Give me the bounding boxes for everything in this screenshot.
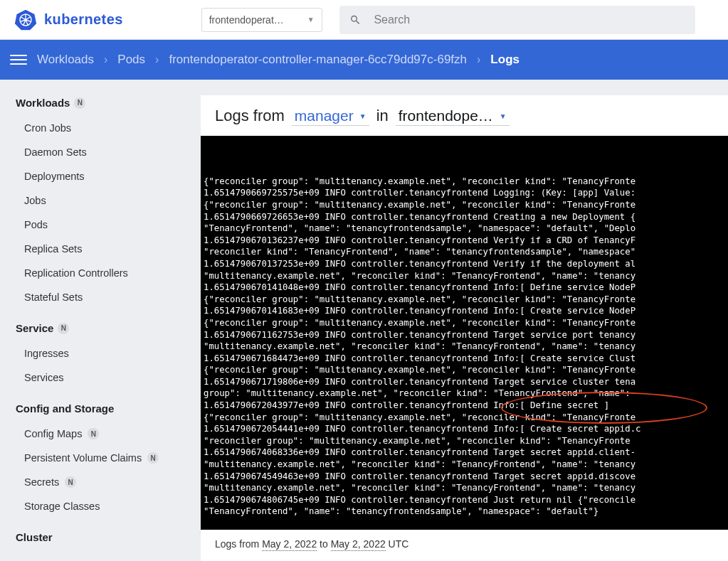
chevron-right-icon: › [477,53,480,66]
breadcrumb-logs[interactable]: Logs [490,53,519,67]
chevron-right-icon: › [104,53,107,66]
sidebar-section-title[interactable]: ServiceN [16,322,201,334]
sidebar-item[interactable]: Pods [16,213,201,237]
log-line: 1.6514790671162753e+09 INFO controller.t… [204,329,727,341]
log-line: 1.6514790670141048e+09 INFO controller.t… [204,282,727,294]
log-line: "multitenancy.example.net", "reconciler … [204,482,727,494]
logs-to-date[interactable]: May 2, 2022 [331,538,386,551]
sidebar-section-title[interactable]: Cluster [16,531,201,543]
sidebar-item[interactable]: Services [16,365,201,390]
namespace-badge-icon: N [147,452,159,464]
log-line: {"reconciler group": "multitenancy.examp… [204,199,727,211]
log-line: {"reconciler group": "multitenancy.examp… [204,176,727,188]
sidebar-item[interactable]: Jobs [16,188,201,213]
log-line: group": "multitenancy.example.net", "rec… [204,388,727,400]
log-line: 1.6514790671719806e+09 INFO controller.t… [204,376,727,388]
log-line: 1.6514790674806745e+09 INFO controller.t… [204,494,727,506]
sidebar-item[interactable]: Config MapsN [16,422,201,446]
logs-footer-suffix: UTC [386,538,409,550]
namespace-badge-icon: N [58,323,69,334]
log-line: "TenancyFrontend", "name": "tenancyfront… [204,223,727,235]
namespace-badge-icon: N [65,476,76,488]
sidebar-item[interactable]: Cron Jobs [16,116,201,140]
log-line: 1.6514790672054441e+09 INFO controller.t… [204,423,727,435]
sidebar: WorkloadsNCron JobsDaemon SetsDeployment… [0,80,201,561]
namespace-badge-icon: N [88,428,99,439]
log-line: "multitenancy.example.net", "reconciler … [204,270,727,282]
main-area: WorkloadsNCron JobsDaemon SetsDeployment… [0,80,728,561]
breadcrumb-bar: Workloads › Pods › frontendoperator-cont… [0,40,728,80]
sidebar-item[interactable]: Deployments [16,164,201,188]
logo[interactable]: kubernetes [14,9,123,31]
menu-icon[interactable] [10,51,27,68]
sidebar-item[interactable]: Ingresses [16,341,201,365]
namespace-select-value: frontendoperat… [209,14,284,26]
logs-footer-prefix: Logs from [215,538,262,550]
namespace-select[interactable]: frontendoperat… ▼ [201,8,322,32]
log-line: 1.6514790670141683e+09 INFO controller.t… [204,305,727,317]
log-line: 1.6514790670137253e+09 INFO controller.t… [204,258,727,270]
search-input[interactable] [374,14,685,26]
breadcrumb-workloads[interactable]: Workloads [37,53,94,67]
log-line: "reconciler group": "multitenancy.exampl… [204,435,727,447]
log-line: 1.6514790674549463e+09 INFO controller.t… [204,471,727,483]
log-line: 1.6514790672043977e+09 INFO controller.t… [204,400,727,412]
logs-from-label: Logs from [215,107,285,125]
search-icon [349,14,362,26]
logs-namespace-select[interactable]: frontendoperat… ▼ [396,107,510,126]
logs-footer-mid: to [317,538,330,550]
sidebar-item[interactable]: Stateful Sets [16,285,201,309]
log-line: 1.6514790671684473e+09 INFO controller.t… [204,353,727,365]
log-line: {"reconciler group": "multitenancy.examp… [204,317,727,329]
namespace-badge-icon: N [74,97,85,109]
logs-in-label: in [376,107,389,125]
breadcrumb-pods[interactable]: Pods [117,53,145,67]
kubernetes-logo-icon [14,9,37,31]
log-line: 1.6514790669726653e+09 INFO controller.t… [204,211,727,223]
logs-from-date[interactable]: May 2, 2022 [262,538,317,551]
logs-namespace-value: frontendoperat… [399,107,494,124]
terminal-output[interactable]: {"reconciler group": "multitenancy.examp… [201,136,728,530]
log-line: "multitenancy.example.net", "reconciler … [204,341,727,353]
logo-text: kubernetes [44,11,123,28]
top-bar: kubernetes frontendoperat… ▼ [0,0,728,40]
logs-footer: Logs from May 2, 2022 to May 2, 2022 UTC [201,530,728,561]
sidebar-item[interactable]: Replication Controllers [16,261,201,285]
svg-point-9 [24,18,27,21]
chevron-down-icon: ▼ [307,16,315,23]
container-select[interactable]: manager ▼ [292,107,369,126]
sidebar-item[interactable]: Persistent Volume ClaimsN [16,446,201,470]
breadcrumb-pod-name[interactable]: frontendoperator-controller-manager-6cc7… [169,53,467,67]
log-line: {"reconciler group": "multitenancy.examp… [204,294,727,306]
log-line: "multitenancy.example.net", "reconciler … [204,459,727,471]
log-line: "reconciler kind": "TenancyFrontend", "n… [204,246,727,258]
log-line: 1.6514790674068336e+09 INFO controller.t… [204,447,727,459]
content-area: Logs from manager ▼ in frontendoperat… ▼… [201,80,728,561]
search-bar[interactable] [339,6,695,34]
logs-header: Logs from manager ▼ in frontendoperat… ▼ [201,95,728,132]
logs-card: Logs from manager ▼ in frontendoperat… ▼… [201,95,728,561]
sidebar-item[interactable]: Storage Classes [16,494,201,518]
sidebar-section-title[interactable]: WorkloadsN [16,97,201,109]
log-line: {"reconciler group": "multitenancy.examp… [204,412,727,424]
sidebar-item[interactable]: Daemon Sets [16,140,201,164]
log-line: 1.6514790670136237e+09 INFO controller.t… [204,235,727,247]
container-select-value: manager [295,107,354,124]
chevron-right-icon: › [155,53,159,66]
log-line: 1.6514790669725575e+09 INFO controller.t… [204,187,727,199]
chevron-down-icon: ▼ [359,112,366,120]
sidebar-section-title[interactable]: Config and Storage [16,402,201,415]
sidebar-item[interactable]: Replica Sets [16,237,201,261]
log-line: "TenancyFrontend", "name": "tenancyfront… [204,506,727,518]
log-line: {"reconciler group": "multitenancy.examp… [204,364,727,376]
sidebar-item[interactable]: SecretsN [16,470,201,494]
chevron-down-icon: ▼ [500,112,507,120]
